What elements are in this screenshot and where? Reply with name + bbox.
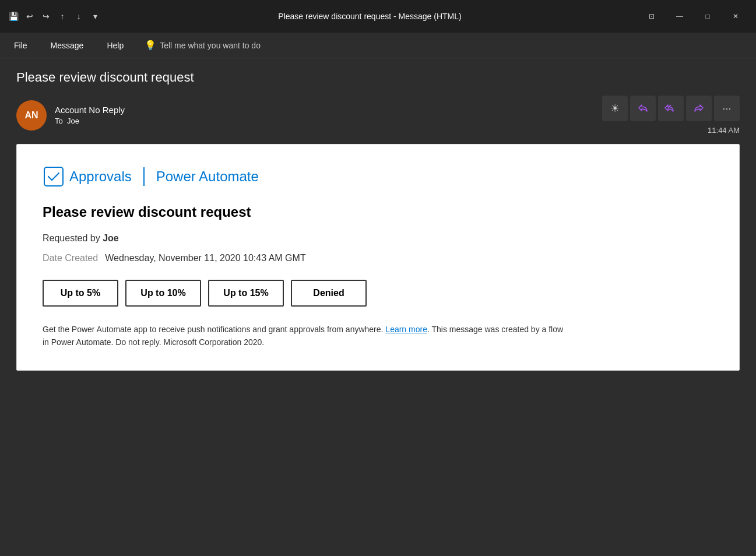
approvals-label: Approvals [69, 168, 132, 185]
deny-button[interactable]: Denied [291, 280, 367, 307]
approvals-header: Approvals Power Automate [43, 166, 713, 188]
title-bar: 💾 ↩ ↪ ↑ ↓ ▾ Please review discount reque… [0, 0, 756, 33]
reply-all-button[interactable] [658, 96, 684, 121]
date-created: Date Created Wednesday, November 11, 202… [43, 253, 713, 263]
sender-row: AN Account No Reply To Joe ☀ [16, 96, 740, 135]
email-body: Approvals Power Automate Please review d… [16, 144, 740, 371]
tell-me-bar[interactable]: 💡 Tell me what you want to do [145, 40, 261, 51]
tell-me-text: Tell me what you want to do [160, 41, 261, 50]
forward-icon [693, 103, 705, 114]
power-automate-label: Power Automate [156, 168, 259, 185]
menu-file[interactable]: File [9, 37, 32, 54]
approvals-logo: Approvals [43, 166, 132, 188]
footer-text-before-link: Get the Power Automate app to receive pu… [43, 325, 385, 334]
email-timestamp: 11:44 AM [699, 126, 740, 135]
down-icon[interactable]: ↓ [72, 10, 85, 23]
action-buttons: ☀ ··· [602, 96, 740, 121]
footer-text: Get the Power Automate app to receive pu… [43, 323, 567, 349]
approve-15-button[interactable]: Up to 15% [208, 280, 284, 307]
requested-by-name: Joe [103, 233, 119, 243]
undo-icon[interactable]: ↩ [23, 10, 36, 23]
menu-message[interactable]: Message [46, 37, 89, 54]
approve-5-button[interactable]: Up to 5% [43, 280, 118, 307]
to-line: To Joe [55, 117, 125, 125]
svg-rect-0 [44, 167, 63, 186]
reply-button[interactable] [630, 96, 656, 121]
to-recipient: Joe [67, 117, 79, 125]
menu-bar: File Message Help 💡 Tell me what you wan… [0, 33, 756, 58]
approvals-icon [43, 166, 65, 188]
window-controls: ⊡ — □ ✕ [638, 7, 749, 26]
requested-by-prefix: Requested by [43, 233, 103, 243]
menu-help[interactable]: Help [102, 37, 128, 54]
action-area: ☀ ··· 1 [602, 96, 740, 135]
sender-info: Account No Reply To Joe [55, 105, 125, 125]
approval-buttons: Up to 5% Up to 10% Up to 15% Denied [43, 280, 713, 307]
reply-all-icon [664, 103, 677, 114]
email-header-area: Please review discount request AN Accoun… [0, 58, 756, 144]
approve-10-button[interactable]: Up to 10% [125, 280, 201, 307]
title-bar-controls: 💾 ↩ ↪ ↑ ↓ ▾ [7, 10, 101, 23]
dropdown-icon[interactable]: ▾ [89, 10, 101, 23]
lightbulb-icon: 💡 [145, 40, 156, 51]
date-value: Wednesday, November 11, 2020 10:43 AM GM… [105, 253, 305, 263]
forward-button[interactable] [686, 96, 712, 121]
requested-by: Requested by Joe [43, 233, 713, 244]
maximize-button[interactable]: □ [694, 7, 721, 26]
more-button[interactable]: ··· [714, 96, 740, 121]
minimize-button[interactable]: — [666, 7, 693, 26]
avatar: AN [16, 100, 47, 131]
body-title: Please review discount request [43, 204, 713, 220]
header-divider [143, 167, 145, 186]
redo-icon[interactable]: ↪ [40, 10, 52, 23]
email-subject: Please review discount request [16, 70, 740, 85]
reply-icon [637, 103, 649, 114]
restore-button[interactable]: ⊡ [638, 7, 665, 26]
window-title: Please review discount request - Message… [106, 12, 634, 21]
sender-left: AN Account No Reply To Joe [16, 100, 602, 131]
to-label: To [55, 117, 63, 125]
sender-name: Account No Reply [55, 105, 125, 115]
up-icon[interactable]: ↑ [56, 10, 69, 23]
date-label: Date Created [43, 253, 98, 263]
brightness-button[interactable]: ☀ [602, 96, 628, 121]
learn-more-link[interactable]: Learn more [385, 325, 427, 334]
email-body-wrapper: Approvals Power Automate Please review d… [0, 144, 756, 382]
save-icon[interactable]: 💾 [7, 10, 20, 23]
close-button[interactable]: ✕ [722, 7, 749, 26]
